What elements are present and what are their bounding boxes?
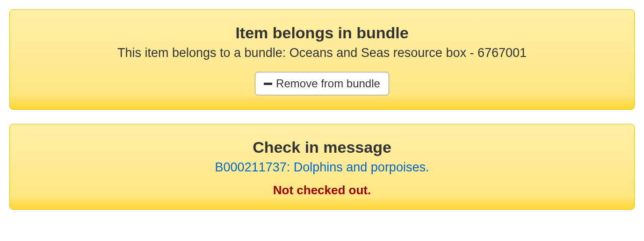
checkin-alert: Check in message B000211737: Dolphins an… [9,124,635,210]
remove-from-bundle-button[interactable]: Remove from bundle [255,72,389,95]
minus-icon [264,83,272,85]
checkin-alert-title: Check in message [19,138,625,156]
bundle-alert-subtitle: This item belongs to a bundle: Oceans an… [19,46,625,60]
remove-button-label: Remove from bundle [276,77,380,90]
bundle-alert: Item belongs in bundle This item belongs… [9,9,635,110]
item-link[interactable]: B000211737: Dolphins and porpoises. [215,160,429,175]
checkin-status: Not checked out. [19,183,625,198]
bundle-alert-title: Item belongs in bundle [19,24,625,42]
